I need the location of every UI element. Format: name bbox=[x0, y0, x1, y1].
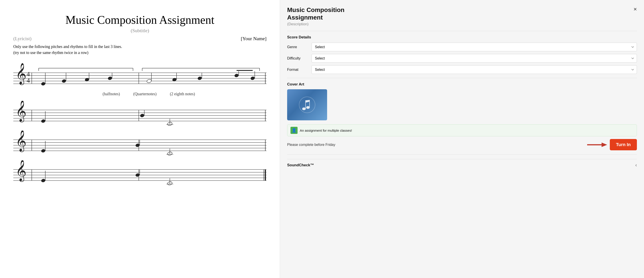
deadline-section: Please complete before Friday Turn In bbox=[287, 139, 637, 150]
right-panel: Music Composition Assignment × (Descript… bbox=[280, 0, 644, 278]
quarternotes-label: (Quarternotes) bbox=[133, 92, 156, 96]
genre-label: Genre bbox=[287, 45, 312, 49]
svg-point-80 bbox=[135, 173, 140, 177]
eighthnotes-label: (2 eighth notes) bbox=[170, 92, 195, 96]
staff-1-svg: 𝄞 4 4 bbox=[13, 62, 266, 90]
score-subtitle: (Subtitle) bbox=[13, 28, 266, 34]
panel-description: (Description) bbox=[287, 22, 637, 26]
cover-art-image bbox=[287, 89, 327, 120]
difficulty-label: Difficulty bbox=[287, 56, 312, 60]
divider-1 bbox=[287, 31, 637, 31]
turn-in-button[interactable]: Turn In bbox=[610, 139, 637, 150]
score-name: [Your Name] bbox=[241, 36, 266, 42]
arrow-svg bbox=[587, 141, 607, 148]
svg-point-26 bbox=[146, 79, 152, 83]
svg-point-85 bbox=[299, 97, 315, 113]
close-button[interactable]: × bbox=[634, 6, 637, 12]
instructions-line1: Only use the following pitches and rhyth… bbox=[13, 44, 266, 50]
svg-point-61 bbox=[41, 149, 46, 153]
score-title: Music Composition Assignment bbox=[13, 13, 266, 26]
format-row: Format Select Solo Duet Ensemble bbox=[287, 65, 637, 74]
svg-point-34 bbox=[250, 76, 255, 80]
halfnotes-label: (halfnotes) bbox=[102, 92, 120, 96]
svg-text:4: 4 bbox=[27, 70, 30, 78]
svg-point-63 bbox=[135, 143, 140, 148]
staff-2-svg: 𝄞 bbox=[13, 101, 266, 126]
svg-text:4: 4 bbox=[27, 77, 30, 84]
svg-point-30 bbox=[198, 76, 202, 80]
divider-3 bbox=[287, 154, 637, 154]
svg-marker-87 bbox=[602, 142, 607, 147]
soundcheck-row: SoundCheck™ ‹ bbox=[287, 159, 637, 168]
instructions-line2: (try not to use the same rhythm twice in… bbox=[13, 50, 266, 56]
person-icon: 👤 bbox=[292, 128, 296, 133]
main-content: Music Composition Assignment (Subtitle) … bbox=[0, 0, 280, 278]
genre-row: Genre Select Classical Jazz Pop bbox=[287, 43, 637, 51]
soundcheck-label: SoundCheck™ bbox=[287, 163, 314, 168]
assignment-banner: 👤 An assignment for multiple classes! bbox=[287, 124, 637, 136]
svg-text:𝄞: 𝄞 bbox=[16, 63, 26, 85]
staff-4-svg: 𝄞 bbox=[13, 160, 266, 186]
difficulty-select[interactable]: Select Beginner Intermediate Advanced bbox=[312, 54, 637, 62]
staff-2: 𝄞 bbox=[13, 101, 266, 126]
svg-text:𝄞: 𝄞 bbox=[16, 101, 26, 122]
panel-title: Music Composition Assignment bbox=[287, 6, 376, 21]
staff-3-svg: 𝄞 bbox=[13, 130, 266, 156]
red-arrow-icon bbox=[587, 141, 607, 148]
cover-art-heading: Cover Art bbox=[287, 82, 637, 86]
genre-select[interactable]: Select Classical Jazz Pop bbox=[312, 43, 637, 51]
turn-in-container: Turn In bbox=[587, 139, 637, 150]
svg-point-18 bbox=[41, 82, 46, 86]
staff-3: 𝄞 bbox=[13, 130, 266, 156]
format-label: Format bbox=[287, 68, 312, 72]
svg-point-47 bbox=[140, 114, 144, 118]
difficulty-row: Difficulty Select Beginner Intermediate … bbox=[287, 54, 637, 62]
svg-point-78 bbox=[41, 178, 46, 183]
format-select[interactable]: Select Solo Duet Ensemble bbox=[312, 65, 637, 74]
divider-2 bbox=[287, 78, 637, 78]
score-instructions: Only use the following pitches and rhyth… bbox=[13, 44, 266, 56]
svg-text:𝄞: 𝄞 bbox=[16, 130, 26, 152]
svg-point-45 bbox=[41, 119, 46, 123]
staff-1-labels: (halfnotes) (Quarternotes) (2 eighth not… bbox=[13, 92, 266, 96]
staff-4: 𝄞 bbox=[13, 160, 266, 186]
svg-point-20 bbox=[62, 79, 66, 83]
chevron-left-icon[interactable]: ‹ bbox=[635, 162, 637, 168]
svg-point-24 bbox=[108, 76, 112, 80]
score-details-heading: Score Details bbox=[287, 35, 637, 40]
score-lyricist: (Lyricist) bbox=[13, 36, 32, 42]
deadline-text: Please complete before Friday bbox=[287, 143, 335, 147]
svg-point-32 bbox=[234, 74, 239, 78]
music-note-icon bbox=[298, 96, 316, 114]
svg-text:𝄞: 𝄞 bbox=[16, 160, 26, 182]
assignment-icon: 👤 bbox=[290, 127, 298, 134]
assignment-text: An assignment for multiple classes! bbox=[300, 128, 352, 132]
staff-1: 𝄞 4 4 bbox=[13, 62, 266, 96]
